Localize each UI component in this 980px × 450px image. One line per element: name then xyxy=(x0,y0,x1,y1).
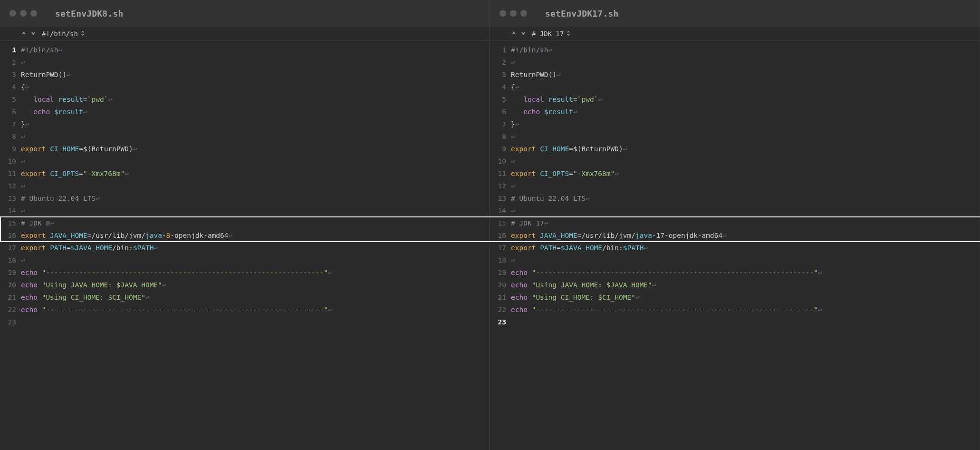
line-number[interactable]: 7 xyxy=(0,118,16,130)
code-line[interactable]: ReturnPWD()↩ xyxy=(511,68,980,81)
breadcrumb-item[interactable]: # JDK 17 xyxy=(532,30,570,38)
code-line[interactable]: export CI_HOME=$(ReturnPWD)↩ xyxy=(21,143,490,155)
nav-forward-icon[interactable] xyxy=(30,30,36,38)
maximize-icon[interactable] xyxy=(30,10,37,17)
close-icon[interactable] xyxy=(10,10,16,17)
line-number[interactable]: 7 xyxy=(490,118,506,130)
line-number[interactable]: 21 xyxy=(0,291,16,303)
code-line[interactable]: ↩ xyxy=(511,130,980,143)
line-number[interactable]: 14 xyxy=(490,205,506,217)
code-line[interactable]: # Ubuntu 22.04 LTS↩ xyxy=(21,192,490,205)
breadcrumb-item[interactable]: #!/bin/sh xyxy=(42,30,85,38)
code-line[interactable]: ReturnPWD()↩ xyxy=(21,68,490,81)
code-line[interactable]: echo "----------------------------------… xyxy=(21,266,490,279)
code-line[interactable]: ↩ xyxy=(511,205,980,217)
code-area[interactable]: #!/bin/sh↩↩ReturnPWD()↩{↩ local result=`… xyxy=(21,44,490,450)
code-line[interactable]: export JAVA_HOME=/usr/lib/jvm/java-8-ope… xyxy=(21,229,490,242)
code-line[interactable]: echo "Using CI_HOME: $CI_HOME"↩ xyxy=(21,291,490,303)
code-line[interactable]: export CI_HOME=$(ReturnPWD)↩ xyxy=(511,143,980,155)
line-number[interactable]: 18 xyxy=(0,254,16,266)
code-line[interactable]: ↩ xyxy=(21,180,490,192)
line-number[interactable]: 5 xyxy=(490,93,506,106)
line-number[interactable]: 12 xyxy=(0,180,16,192)
line-number[interactable]: 17 xyxy=(0,242,16,254)
code-line[interactable]: ↩ xyxy=(511,155,980,167)
code-line[interactable]: ↩ xyxy=(511,254,980,266)
code-line[interactable]: ↩ xyxy=(21,130,490,143)
close-icon[interactable] xyxy=(500,10,506,17)
code-line[interactable]: echo $result↩ xyxy=(21,106,490,118)
line-number[interactable]: 20 xyxy=(0,279,16,291)
line-number[interactable]: 10 xyxy=(490,155,506,167)
code-line[interactable]: }↩ xyxy=(511,118,980,130)
nav-back-icon[interactable] xyxy=(21,30,27,38)
nav-forward-icon[interactable] xyxy=(520,30,526,38)
code-line[interactable]: echo $result↩ xyxy=(511,106,980,118)
code-line[interactable]: {↩ xyxy=(511,81,980,93)
line-number[interactable]: 8 xyxy=(490,130,506,143)
code-line[interactable]: # Ubuntu 22.04 LTS↩ xyxy=(511,192,980,205)
line-number[interactable]: 11 xyxy=(490,167,506,180)
code-line[interactable]: #!/bin/sh↩ xyxy=(511,44,980,56)
line-number[interactable]: 14 xyxy=(0,205,16,217)
line-number[interactable]: 8 xyxy=(0,130,16,143)
line-number[interactable]: 6 xyxy=(0,106,16,118)
line-number[interactable]: 13 xyxy=(490,192,506,205)
code-line[interactable]: export JAVA_HOME=/usr/lib/jvm/java-17-op… xyxy=(511,229,980,242)
editor-left[interactable]: 1234567891011121314151617181920212223 #!… xyxy=(0,41,490,450)
code-line[interactable]: local result=`pwd`↩ xyxy=(511,93,980,106)
line-number[interactable]: 9 xyxy=(490,143,506,155)
code-line[interactable]: echo "Using JAVA_HOME: $JAVA_HOME"↩ xyxy=(511,279,980,291)
code-line[interactable]: export PATH=$JAVA_HOME/bin:$PATH↩ xyxy=(21,242,490,254)
line-number[interactable]: 3 xyxy=(490,68,506,81)
line-number[interactable]: 5 xyxy=(0,93,16,106)
code-line[interactable]: # JDK 8↩ xyxy=(21,217,490,229)
line-number[interactable]: 11 xyxy=(0,167,16,180)
code-line[interactable]: ↩ xyxy=(511,180,980,192)
code-area[interactable]: #!/bin/sh↩↩ReturnPWD()↩{↩ local result=`… xyxy=(511,44,980,450)
editor-right[interactable]: 1234567891011121314151617181920212223 #!… xyxy=(490,41,980,450)
line-number[interactable]: 20 xyxy=(490,279,506,291)
code-line[interactable]: echo "Using JAVA_HOME: $JAVA_HOME"↩ xyxy=(21,279,490,291)
code-line[interactable]: export CI_OPTS="-Xmx768m"↩ xyxy=(511,167,980,180)
line-number[interactable]: 3 xyxy=(0,68,16,81)
line-number[interactable]: 2 xyxy=(0,56,16,68)
code-line[interactable] xyxy=(21,316,490,328)
line-number[interactable]: 16 xyxy=(0,229,16,242)
nav-back-icon[interactable] xyxy=(511,30,517,38)
line-number[interactable]: 23 xyxy=(490,316,506,328)
code-line[interactable]: export CI_OPTS="-Xmx768m"↩ xyxy=(21,167,490,180)
line-number[interactable]: 4 xyxy=(490,81,506,93)
titlebar-right[interactable]: setEnvJDK17.sh xyxy=(490,0,980,27)
line-number[interactable]: 15 xyxy=(490,217,506,229)
code-line[interactable]: echo "Using CI_HOME: $CI_HOME"↩ xyxy=(511,291,980,303)
line-number[interactable]: 22 xyxy=(490,303,506,316)
minimize-icon[interactable] xyxy=(20,10,27,17)
code-line[interactable]: local result=`pwd`↩ xyxy=(21,93,490,106)
code-line[interactable]: echo "----------------------------------… xyxy=(511,303,980,316)
tab-title[interactable]: setEnvJDK17.sh xyxy=(545,9,619,19)
code-line[interactable]: # JDK 17↩ xyxy=(511,217,980,229)
line-number[interactable]: 17 xyxy=(490,242,506,254)
code-line[interactable]: ↩ xyxy=(21,155,490,167)
code-line[interactable]: echo "----------------------------------… xyxy=(21,303,490,316)
maximize-icon[interactable] xyxy=(520,10,527,17)
line-number[interactable]: 1 xyxy=(0,44,16,56)
line-number[interactable]: 23 xyxy=(0,316,16,328)
code-line[interactable] xyxy=(511,316,980,328)
line-number[interactable]: 15 xyxy=(0,217,16,229)
tab-title[interactable]: setEnvJDK8.sh xyxy=(55,9,123,19)
code-line[interactable]: export PATH=$JAVA_HOME/bin:$PATH↩ xyxy=(511,242,980,254)
titlebar-left[interactable]: setEnvJDK8.sh xyxy=(0,0,490,27)
line-number[interactable]: 12 xyxy=(490,180,506,192)
code-line[interactable]: ↩ xyxy=(21,254,490,266)
code-line[interactable]: }↩ xyxy=(21,118,490,130)
line-number[interactable]: 9 xyxy=(0,143,16,155)
line-number[interactable]: 16 xyxy=(490,229,506,242)
line-number[interactable]: 6 xyxy=(490,106,506,118)
minimize-icon[interactable] xyxy=(510,10,517,17)
code-line[interactable]: echo "----------------------------------… xyxy=(511,266,980,279)
line-number[interactable]: 22 xyxy=(0,303,16,316)
line-number[interactable]: 4 xyxy=(0,81,16,93)
line-number[interactable]: 1 xyxy=(490,44,506,56)
